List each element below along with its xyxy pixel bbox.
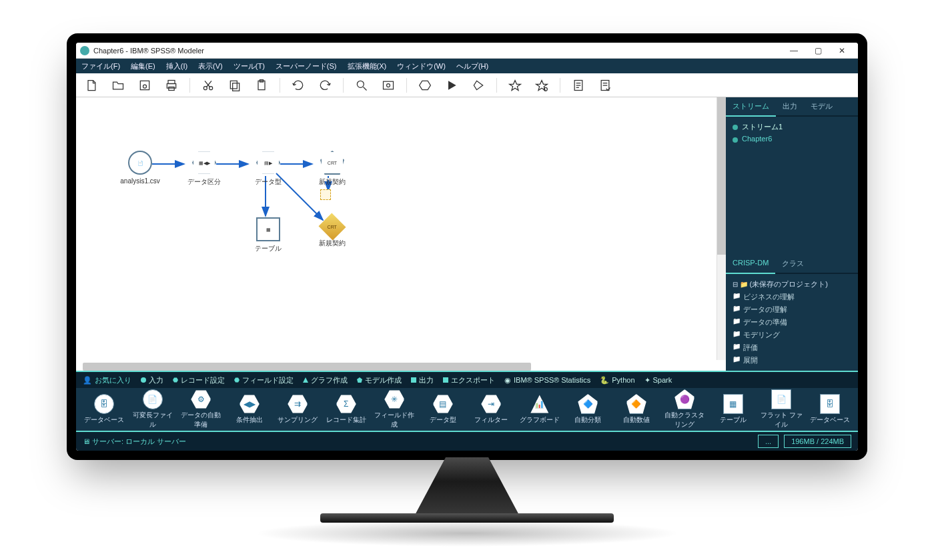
crisp-phase[interactable]: モデリング xyxy=(733,329,851,341)
menu-insert[interactable]: 挿入(I) xyxy=(166,61,187,71)
cut-icon[interactable] xyxy=(199,77,217,94)
tab-crisp-dm[interactable]: CRISP-DM xyxy=(726,255,775,274)
palette-cat-graph[interactable]: グラフ作成 xyxy=(303,375,348,385)
favorite-icon[interactable] xyxy=(506,77,524,94)
crisp-phase[interactable]: データの理解 xyxy=(733,303,851,316)
tab-output[interactable]: 出力 xyxy=(776,97,804,115)
palette-cat-record[interactable]: レコード設定 xyxy=(173,375,225,385)
svg-rect-12 xyxy=(384,81,394,89)
canvas-node-type[interactable]: ▤▶ データ型 xyxy=(248,151,288,187)
print-icon[interactable] xyxy=(163,77,180,94)
canvas-node-generated-link[interactable] xyxy=(312,189,339,200)
palette-item[interactable]: 📄可変長ファイル xyxy=(130,389,176,429)
minimize-button[interactable]: — xyxy=(782,46,806,55)
status-bar: 🖥 サーバー: ローカル サーバー ... 196MB / 224MB xyxy=(76,431,858,451)
node-palette: 🗄データベース 📄可変長ファイル ⚙データの自動準備 ◀▶条件抽出 ⇉サンプリン… xyxy=(76,388,858,431)
palette-item[interactable]: Σレコード集計 xyxy=(324,394,370,425)
stream-item[interactable]: ストリーム1 xyxy=(733,121,851,133)
svg-rect-4 xyxy=(169,87,174,90)
maximize-button[interactable]: ▢ xyxy=(806,46,830,55)
crisp-phase[interactable]: ビジネスの理解 xyxy=(733,291,851,303)
palette-item[interactable]: 📊グラフボード xyxy=(517,394,563,425)
window-title: Chapter6 - IBM® SPSS® Modeler xyxy=(93,47,204,55)
crisp-phase[interactable]: 評価 xyxy=(733,341,851,354)
new-stream-icon[interactable] xyxy=(83,77,100,94)
favorite-add-icon[interactable] xyxy=(533,77,550,94)
palette-cat-input[interactable]: 入力 xyxy=(141,375,163,385)
server-icon: 🖥 xyxy=(83,437,90,445)
menu-extensions[interactable]: 拡張機能(X) xyxy=(348,61,387,71)
report-settings-icon[interactable] xyxy=(596,77,614,94)
palette-item[interactable]: 📄フラット ファイル xyxy=(759,389,805,429)
crisp-phase[interactable]: データの準備 xyxy=(733,316,851,329)
canvas-node-crt-nugget[interactable]: CRT 新規契約 xyxy=(312,217,352,248)
palette-cat-model[interactable]: モデル作成 xyxy=(357,375,402,385)
canvas-node-crt-model[interactable]: CRT 新規契約 xyxy=(312,151,352,187)
run-selection-icon[interactable] xyxy=(470,77,487,94)
project-root[interactable]: (未保存のプロジェクト) xyxy=(733,278,851,291)
menu-help[interactable]: ヘルプ(H) xyxy=(456,61,488,71)
run-icon[interactable] xyxy=(443,77,460,94)
palette-cat-favorites[interactable]: 👤お気に入り xyxy=(83,375,131,385)
menu-bar: ファイル(F) 編集(E) 挿入(I) 表示(V) ツール(T) スーパーノード… xyxy=(76,59,858,73)
monitor-bezel: Chapter6 - IBM® SPSS® Modeler — ▢ ✕ ファイル… xyxy=(67,33,867,460)
stream-canvas[interactable]: 📄 analysis1.csv ▦◀▶ データ区分 ▤▶ データ型 CRT 新規… xyxy=(76,97,726,371)
tab-streams[interactable]: ストリーム xyxy=(726,97,776,117)
svg-rect-2 xyxy=(168,80,175,83)
palette-cat-stats[interactable]: ◉IBM® SPSS® Statistics xyxy=(504,376,590,385)
palette-cat-output[interactable]: 出力 xyxy=(411,375,434,385)
canvas-vertical-scrollbar[interactable] xyxy=(717,97,726,360)
node-icon[interactable] xyxy=(416,77,434,94)
memory-indicator: 196MB / 224MB xyxy=(784,435,851,448)
tab-models[interactable]: モデル xyxy=(804,97,839,115)
menu-supernode[interactable]: スーパーノード(S) xyxy=(276,61,337,71)
menu-edit[interactable]: 編集(E) xyxy=(131,61,155,71)
paste-icon[interactable] xyxy=(253,77,270,94)
properties-icon[interactable] xyxy=(380,77,397,94)
streams-tree: ストリーム1 Chapter6 xyxy=(726,117,858,148)
palette-cat-export[interactable]: エクスポート xyxy=(443,375,495,385)
menu-view[interactable]: 表示(V) xyxy=(198,61,223,71)
palette-cat-python[interactable]: 🐍Python xyxy=(600,376,634,385)
search-icon[interactable] xyxy=(353,77,370,94)
palette-cat-spark[interactable]: ✦Spark xyxy=(644,376,672,385)
redo-icon[interactable] xyxy=(316,77,334,94)
crisp-phase[interactable]: 展開 xyxy=(733,354,851,367)
status-ellipsis-button[interactable]: ... xyxy=(758,435,779,448)
copy-icon[interactable] xyxy=(226,77,244,94)
undo-icon[interactable] xyxy=(290,77,307,94)
canvas-node-source[interactable]: 📄 analysis1.csv xyxy=(120,151,160,185)
palette-item[interactable]: ▦テーブル xyxy=(711,394,757,425)
node-label: データ区分 xyxy=(184,177,224,187)
canvas-horizontal-scrollbar[interactable] xyxy=(83,363,531,371)
svg-point-1 xyxy=(143,85,147,88)
svg-rect-8 xyxy=(233,83,240,91)
close-button[interactable]: ✕ xyxy=(830,46,854,55)
palette-item[interactable]: ✳フィールド作成 xyxy=(372,389,418,429)
palette-item[interactable]: 🟣自動クラスタリング xyxy=(662,389,708,429)
palette-item[interactable]: ⚙データの自動準備 xyxy=(178,389,224,429)
screen: Chapter6 - IBM® SPSS® Modeler — ▢ ✕ ファイル… xyxy=(76,43,858,451)
save-icon[interactable] xyxy=(136,77,153,94)
palette-item[interactable]: ▤データ型 xyxy=(420,394,466,425)
palette-item[interactable]: 🗄データベース xyxy=(81,394,127,425)
palette-item[interactable]: 🔷自動分類 xyxy=(565,394,611,425)
canvas-node-partition[interactable]: ▦◀▶ データ区分 xyxy=(184,151,224,187)
menu-file[interactable]: ファイル(F) xyxy=(81,61,120,71)
tab-classes[interactable]: クラス xyxy=(775,255,811,273)
svg-marker-18 xyxy=(536,80,548,90)
menu-window[interactable]: ウィンドウ(W) xyxy=(397,61,446,71)
stream-item[interactable]: Chapter6 xyxy=(733,133,851,144)
palette-item[interactable]: ⇉サンプリング xyxy=(275,394,321,425)
palette-item[interactable]: 🔶自動数値 xyxy=(614,394,660,425)
open-icon[interactable] xyxy=(109,77,127,94)
palette-cat-field[interactable]: フィールド設定 xyxy=(234,375,294,385)
menu-tools[interactable]: ツール(T) xyxy=(234,61,265,71)
palette-item[interactable]: ⇥フィルター xyxy=(468,394,514,425)
window-titlebar: Chapter6 - IBM® SPSS® Modeler — ▢ ✕ xyxy=(76,43,858,59)
canvas-node-table[interactable]: ▦ テーブル xyxy=(248,217,288,253)
crisp-dm-tree: (未保存のプロジェクト) ビジネスの理解 データの理解 データの準備 モデリング… xyxy=(726,274,858,371)
palette-item[interactable]: ◀▶条件抽出 xyxy=(227,394,273,425)
palette-item[interactable]: 🗄データベース xyxy=(807,394,853,425)
report-icon[interactable] xyxy=(570,77,587,94)
